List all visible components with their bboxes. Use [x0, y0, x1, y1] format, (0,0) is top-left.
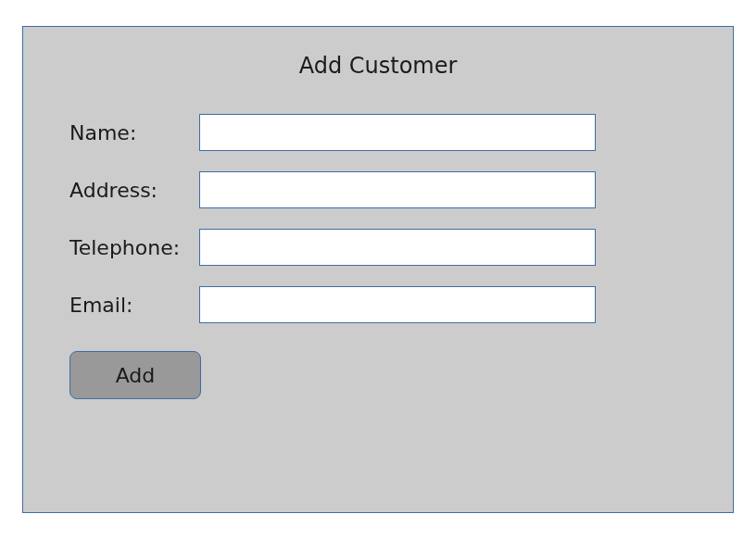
- address-label: Address:: [69, 179, 199, 202]
- add-customer-panel: Add Customer Name: Address: Telephone: E…: [22, 26, 734, 513]
- email-label: Email:: [69, 294, 199, 317]
- name-label: Name:: [69, 121, 199, 144]
- field-row-address: Address:: [69, 171, 687, 208]
- field-row-telephone: Telephone:: [69, 229, 687, 266]
- form-area: Name: Address: Telephone: Email: Add: [23, 114, 733, 399]
- address-input[interactable]: [199, 171, 596, 208]
- button-row: Add: [69, 351, 687, 399]
- name-input[interactable]: [199, 114, 596, 151]
- telephone-label: Telephone:: [69, 236, 199, 259]
- form-title: Add Customer: [23, 53, 733, 79]
- telephone-input[interactable]: [199, 229, 596, 266]
- email-input[interactable]: [199, 286, 596, 323]
- field-row-email: Email:: [69, 286, 687, 323]
- field-row-name: Name:: [69, 114, 687, 151]
- add-button[interactable]: Add: [69, 351, 201, 399]
